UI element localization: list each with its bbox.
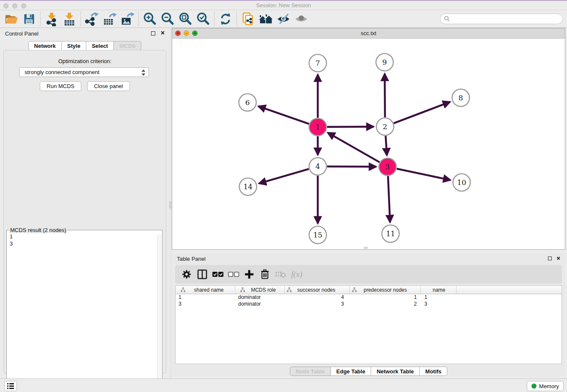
mcds-result-scrollbar[interactable] [157,235,162,387]
run-mcds-button[interactable]: Run MCDS [40,81,81,91]
table-cell-predecessor_nodes[interactable]: 2 [350,301,421,308]
graph-node-14[interactable]: 14 [239,178,257,196]
apply-function-icon[interactable]: f(x) [291,270,302,279]
mcds-buttons: Run MCDS Close panel [4,81,166,91]
tab-network-table[interactable]: Network Table [371,367,420,376]
tab-network[interactable]: Network [28,41,62,50]
mcds-panel: Optimization criterion: strongly connect… [3,50,166,373]
graph-edge-4-3[interactable] [327,166,376,167]
close-panel-button[interactable]: Close panel [87,81,130,91]
graph-node-9[interactable]: 9 [376,54,394,71]
graph-node-4[interactable]: 4 [309,158,327,175]
toolbar-separator [237,12,237,26]
close-table-panel-icon[interactable]: × [556,254,560,262]
control-panel-tabs: NetworkStyleSelectMCDS [0,41,170,50]
graph-edge-4-14[interactable] [259,169,309,183]
table-cell-shared_name[interactable]: 1 [176,294,235,301]
close-panel-icon[interactable]: × [161,29,165,37]
graph-node-1[interactable]: 1 [309,119,327,136]
graph-edge-2-8[interactable] [394,102,450,124]
delete-table-icon[interactable] [274,268,287,281]
table-cell-shared_name[interactable]: 3 [176,301,235,308]
column-header-MCDS-role[interactable]: MCDS role [235,286,285,294]
tab-motifs[interactable]: Motifs [420,367,447,376]
table-cell-mcds_role[interactable]: dominator [235,301,285,308]
tab-select[interactable]: Select [86,41,114,50]
criterion-dropdown[interactable]: strongly connected component [19,67,149,77]
svg-text:7: 7 [316,59,320,67]
export-network-icon[interactable] [83,11,101,27]
export-table-icon[interactable] [101,11,118,27]
dropdown-stepper-icon [141,69,146,77]
add-column-icon[interactable] [243,268,256,281]
task-history-button[interactable] [4,381,17,391]
tab-node-table[interactable]: Node Table [290,367,331,376]
graph-node-8[interactable]: 8 [452,89,470,107]
table-cell-successor_nodes[interactable]: 3 [285,301,350,308]
main-toolbar [0,10,567,28]
tab-mcds[interactable]: MCDS [114,41,141,50]
table-cell-name[interactable]: 1 [421,294,457,301]
graph-node-10[interactable]: 10 [453,174,471,191]
zoom-selected-icon[interactable] [194,11,212,27]
delete-column-icon[interactable] [259,268,271,281]
network-window-title: scc.txt [172,30,565,36]
split-panel-icon[interactable] [196,268,209,281]
window-title: Session: New Session [0,2,567,8]
column-header-successor-nodes[interactable]: successor nodes [285,286,350,294]
graph-node-3[interactable]: 3 [379,158,396,176]
refresh-view-icon[interactable] [217,11,234,27]
graph-edge-3-1[interactable] [328,133,379,162]
memory-button[interactable]: Memory [527,381,564,391]
graph-edge-3-11[interactable] [388,176,390,222]
table-cell-name[interactable]: 3 [421,301,457,308]
network-canvas[interactable]: 7968124314101511 [172,39,565,249]
zoom-in-icon[interactable] [141,11,159,27]
export-image-icon[interactable] [118,11,136,27]
show-all-icon[interactable] [292,11,310,27]
graph-edge-2-3[interactable] [385,136,387,155]
zoom-out-icon[interactable] [159,11,176,27]
float-table-panel-icon[interactable] [548,257,552,260]
column-header-shared-name[interactable]: shared name [176,286,235,294]
graph-node-2[interactable]: 2 [377,118,394,135]
column-header-name[interactable]: name [421,286,457,294]
graph-node-6[interactable]: 6 [239,94,256,111]
mcds-result-list[interactable]: 13 [7,232,156,387]
float-panel-icon[interactable] [151,31,155,36]
graph-node-15[interactable]: 15 [309,226,327,244]
table-header-row: shared nameMCDS rolesuccessor nodesprede… [176,286,561,294]
column-header-predecessor-nodes[interactable]: predecessor nodes [350,286,421,294]
first-neighbors-icon[interactable] [257,11,275,27]
table-cell-mcds_role[interactable]: dominator [235,294,285,301]
search-icon [444,16,450,24]
table-cell-successor_nodes[interactable]: 4 [285,294,350,301]
canvas-splitter-handle[interactable] [364,247,368,249]
graph-edge-3-10[interactable] [397,169,451,180]
table-row[interactable]: 3dominator323 [176,301,561,308]
clone-network-icon[interactable] [239,11,257,27]
graph-edge-1-2[interactable] [327,127,374,127]
save-session-icon[interactable] [20,11,38,27]
tab-style[interactable]: Style [62,41,86,50]
graph-edge-1-6[interactable] [258,106,309,124]
zoom-fit-icon[interactable] [176,11,194,27]
open-file-icon[interactable] [3,11,20,27]
import-table-icon[interactable] [61,11,78,27]
svg-text:11: 11 [386,229,395,238]
hide-selected-icon[interactable] [275,11,292,27]
deselect-all-columns-icon[interactable] [227,268,240,281]
table-cell-predecessor_nodes[interactable]: 1 [350,294,421,301]
import-network-icon[interactable] [43,11,61,27]
table-row[interactable]: 1dominator411 [176,294,561,301]
graph-edge-2-9[interactable] [385,74,385,117]
search-input[interactable] [440,14,563,24]
svg-text:9: 9 [383,58,387,66]
select-all-columns-icon[interactable] [212,268,224,281]
graph-node-7[interactable]: 7 [309,55,327,72]
graph-node-11[interactable]: 11 [382,225,399,243]
table-panel-title: Table Panel [177,256,206,262]
control-panel: Control Panel × NetworkStyleSelectMCDS O… [0,28,170,378]
tab-edge-table[interactable]: Edge Table [331,367,371,376]
column-settings-icon[interactable] [180,268,193,281]
